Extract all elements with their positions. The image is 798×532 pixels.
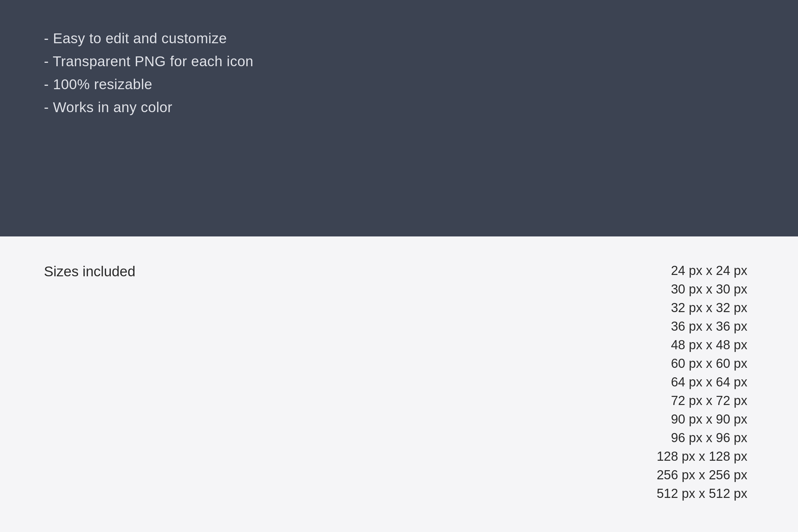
feature-item: - Works in any color [44, 99, 754, 115]
top-section: - Easy to edit and customize- Transparen… [0, 0, 798, 236]
size-entry: 64 px x 64 px [671, 375, 747, 390]
size-entry: 256 px x 256 px [657, 468, 747, 482]
feature-item: - Transparent PNG for each icon [44, 53, 754, 70]
bottom-section: Sizes included 24 px x 24 px30 px x 30 p… [0, 236, 798, 532]
size-entry: 512 px x 512 px [657, 487, 747, 501]
size-entry: 48 px x 48 px [671, 338, 747, 352]
sizes-values: 24 px x 24 px30 px x 30 px32 px x 32 px3… [657, 264, 754, 505]
feature-item: - Easy to edit and customize [44, 31, 754, 46]
feature-item: - 100% resizable [44, 76, 754, 93]
size-entry: 24 px x 24 px [671, 264, 747, 278]
size-entry: 72 px x 72 px [671, 394, 747, 408]
size-entry: 32 px x 32 px [671, 301, 747, 315]
size-entry: 128 px x 128 px [657, 449, 747, 464]
size-entry: 96 px x 96 px [671, 431, 747, 445]
size-entry: 60 px x 60 px [671, 356, 747, 371]
size-entry: 90 px x 90 px [671, 412, 747, 426]
size-entry: 36 px x 36 px [671, 319, 747, 334]
sizes-label: Sizes included [44, 264, 145, 505]
size-entry: 30 px x 30 px [671, 282, 747, 297]
features-list: - Easy to edit and customize- Transparen… [44, 31, 754, 115]
